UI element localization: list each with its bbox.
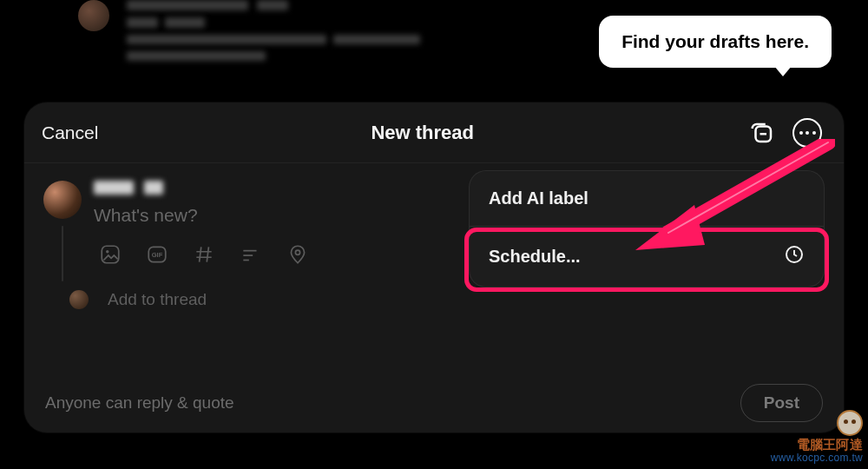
- thread-connector-line: [62, 226, 63, 281]
- gif-icon[interactable]: GIF: [146, 243, 168, 266]
- image-icon[interactable]: [99, 243, 122, 266]
- bg-text-lines: [127, 0, 420, 68]
- location-icon[interactable]: [286, 243, 309, 266]
- drafts-icon[interactable]: [746, 117, 778, 149]
- menu-item-add-ai-label[interactable]: Add AI label: [470, 171, 824, 226]
- svg-text:GIF: GIF: [152, 251, 163, 259]
- hashtag-icon[interactable]: [193, 243, 215, 266]
- watermark: 電腦王阿達 www.kocpc.com.tw: [771, 410, 863, 464]
- composer-footer: Anyone can reply & quote Post: [24, 373, 844, 433]
- callout-text: Find your drafts here.: [621, 31, 809, 51]
- cancel-button[interactable]: Cancel: [42, 122, 98, 143]
- composer-header: Cancel New thread: [24, 102, 844, 163]
- more-icon: [792, 118, 822, 148]
- clock-icon: [784, 244, 805, 269]
- menu-item-label: Schedule...: [489, 247, 581, 267]
- more-options-menu: Add AI label Schedule...: [469, 170, 825, 287]
- add-to-thread-label: Add to thread: [108, 290, 207, 309]
- reply-scope-button[interactable]: Anyone can reply & quote: [45, 393, 234, 413]
- menu-item-label: Add AI label: [489, 188, 589, 208]
- watermark-title: 電腦王阿達: [771, 438, 863, 452]
- watermark-url: www.kocpc.com.tw: [771, 452, 863, 464]
- svg-point-3: [106, 250, 108, 253]
- composer-title: New thread: [371, 122, 474, 144]
- small-avatar: [69, 290, 89, 309]
- drafts-callout: Find your drafts here.: [599, 16, 832, 68]
- user-avatar: [43, 181, 82, 219]
- add-to-thread-row[interactable]: Add to thread: [69, 290, 823, 309]
- more-options-button[interactable]: [792, 117, 823, 149]
- bg-avatar: [78, 0, 109, 31]
- menu-item-schedule[interactable]: Schedule...: [470, 227, 824, 287]
- poll-icon[interactable]: [240, 243, 262, 266]
- svg-point-9: [295, 250, 299, 254]
